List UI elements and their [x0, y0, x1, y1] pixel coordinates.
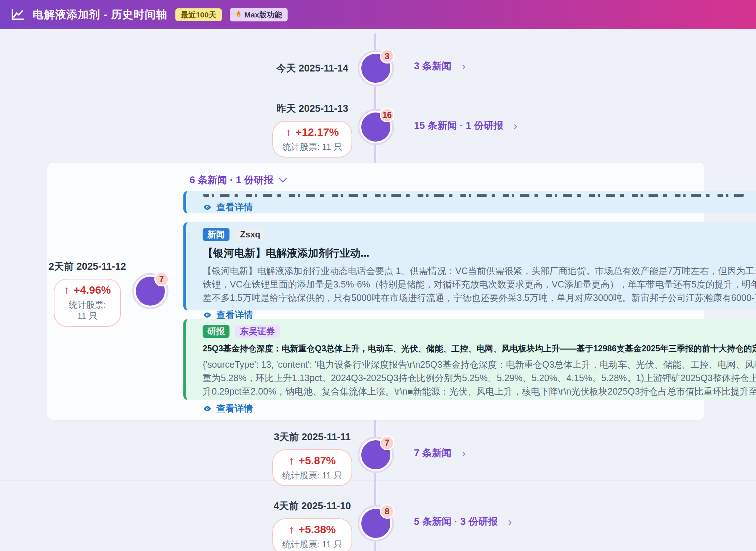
panel-summary-toggle[interactable]: 6 条新闻 · 1 份研报: [190, 174, 286, 187]
timeline-row-3daysago-meta: 3天前 2025-11-11 ↑ +5.87% 统计股票: 11 只: [254, 430, 370, 486]
news-summary-link-yesterday[interactable]: 15 条新闻 · 1 份研报 ›: [414, 119, 517, 132]
timeline-row-2daysago-meta: 2天前 2025-11-12 ↑ +4.96% 统计股票: 11 只: [56, 260, 119, 327]
eye-icon: [203, 203, 212, 212]
up-arrow-icon: ↑: [286, 126, 291, 138]
news-summary-link-4daysago[interactable]: 5 条新闻 · 3 份研报 ›: [414, 515, 512, 528]
range-badge: 最近100天: [175, 8, 222, 21]
news-type-badge: 新闻: [203, 228, 229, 241]
date-label: 4天前 2025-11-10: [273, 499, 351, 513]
expanded-day-panel: 6 条新闻 · 1 份研报 2天前 2025-11-12 ↑ +4.96% 统计…: [47, 163, 704, 420]
change-value: ↑ +12.17%: [283, 126, 342, 138]
count-badge: 16: [380, 108, 394, 122]
date-label: 昨天 2025-11-13: [276, 102, 348, 115]
timeline-row-today-meta: 今天 2025-11-14: [254, 62, 370, 75]
clipped-text: [203, 194, 744, 197]
page-header: 电解液添加剂 - 历史时间轴 最近100天 Max版功能: [0, 0, 756, 29]
view-details-link[interactable]: 查看详情: [203, 201, 756, 213]
date-label: 2天前 2025-11-12: [49, 260, 126, 273]
chevron-right-icon: ›: [462, 447, 466, 459]
stock-count: 统计股票: 11 只: [64, 299, 111, 322]
timeline-row-yesterday-meta: 昨天 2025-11-13 ↑ +12.17% 统计股票: 11 只: [254, 102, 370, 158]
stock-count: 统计股票: 11 只: [283, 470, 342, 481]
card-badges: 研报 东吴证券: [203, 325, 756, 338]
change-value: ↑ +4.96%: [64, 284, 111, 296]
date-label: 3天前 2025-11-11: [274, 430, 351, 444]
line-chart-icon: [11, 8, 25, 21]
change-pill: ↑ +12.17% 统计股票: 11 只: [272, 121, 353, 158]
max-feature-badge: Max版功能: [230, 8, 288, 21]
news-card[interactable]: 新闻 Zsxq 【银河电新】电解液添加剂行业动... 【银河电新】电解液添加剂行…: [183, 222, 756, 310]
chevron-right-icon: ›: [513, 120, 517, 131]
date-label: 今天 2025-11-14: [276, 62, 348, 75]
chevron-right-icon: ›: [462, 60, 466, 72]
news-summary-link-today[interactable]: 3 条新闻 ›: [414, 60, 466, 73]
count-badge: 7: [154, 272, 169, 286]
card-title: 25Q3基金持仓深度：电新重仓Q3总体上升，电动车、光伏、储能、工控、电网、风电…: [203, 343, 756, 354]
card-body: {'sourceType': 13, 'content': '电力设备行业深度报…: [203, 358, 756, 398]
change-pill: ↑ +5.38% 统计股票: 11 只: [272, 518, 353, 551]
news-card-partial[interactable]: 查看详情: [183, 191, 756, 213]
change-value: ↑ +5.38%: [283, 523, 342, 536]
up-arrow-icon: ↑: [289, 454, 294, 467]
page-title: 电解液添加剂 - 历史时间轴: [33, 7, 167, 22]
news-summary-link-3daysago[interactable]: 7 条新闻 ›: [414, 446, 466, 460]
flame-icon: [235, 10, 242, 19]
change-pill: ↑ +5.87% 统计股票: 11 只: [272, 449, 353, 486]
source-badge: Zsxq: [235, 228, 265, 241]
chevron-down-icon: [279, 175, 287, 183]
chevron-right-icon: ›: [508, 516, 512, 527]
stock-count: 统计股票: 11 只: [283, 141, 342, 152]
up-arrow-icon: ↑: [64, 284, 69, 296]
count-badge: 3: [380, 49, 394, 64]
source-badge: 东吴证券: [235, 325, 280, 338]
timeline-row-4daysago-meta: 4天前 2025-11-10 ↑ +5.38% 统计股票: 11 只: [254, 499, 370, 551]
row-divider: [0, 480, 756, 481]
report-type-badge: 研报: [203, 325, 229, 338]
change-pill: ↑ +4.96% 统计股票: 11 只: [54, 279, 121, 327]
card-badges: 新闻 Zsxq: [203, 228, 756, 241]
view-details-link[interactable]: 查看详情: [203, 403, 756, 415]
count-badge: 7: [380, 436, 394, 450]
stock-count: 统计股票: 11 只: [283, 539, 342, 550]
card-title: 【银河电新】电解液添加剂行业动...: [203, 246, 756, 261]
count-badge: 8: [380, 504, 394, 519]
card-body: 【银河电新】电解液添加剂行业动态电话会要点 1、供需情况：VC当前供需很紧，头部…: [203, 264, 756, 305]
report-card[interactable]: 研报 东吴证券 25Q3基金持仓深度：电新重仓Q3总体上升，电动车、光伏、储能、…: [183, 319, 756, 400]
eye-icon: [203, 404, 212, 413]
eye-icon: [203, 310, 212, 320]
up-arrow-icon: ↑: [289, 523, 294, 536]
change-value: ↑ +5.87%: [283, 454, 342, 467]
